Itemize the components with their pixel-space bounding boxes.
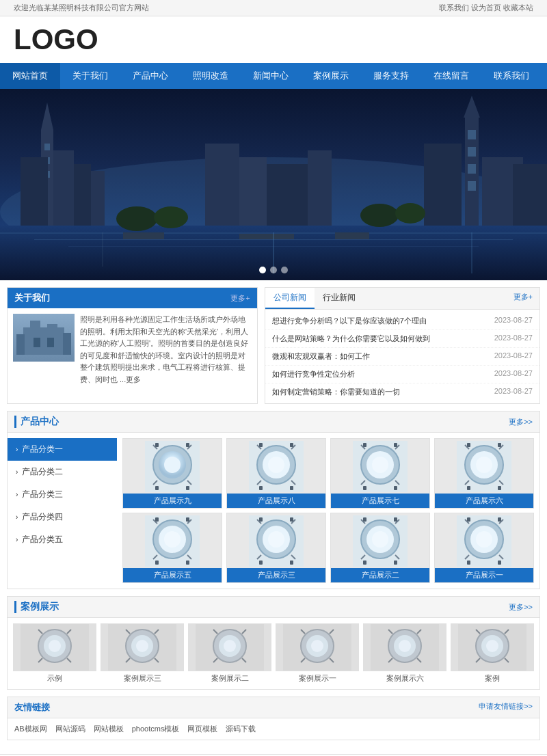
nav-item-support[interactable]: 服务支持 [361, 63, 421, 89]
svg-point-185 [486, 640, 498, 652]
product-item-1[interactable]: 产品展示九 [122, 438, 222, 509]
svg-point-177 [399, 640, 411, 652]
product-cat-3[interactable]: › 产品分类三 [8, 483, 117, 506]
contact-us-link[interactable]: 联系我们 [439, 3, 469, 12]
svg-point-28 [116, 206, 157, 231]
svg-rect-126 [363, 517, 366, 522]
news-title-5[interactable]: 如何制定营销策略：你需要知道的一切 [272, 387, 489, 397]
nav-item-news[interactable]: 新闻中心 [241, 63, 301, 89]
about-body: 照明是利用各种光源固定工作生活场所或户外场地的照明。利用太阳和天空光的称'天然采… [8, 308, 257, 392]
news-more[interactable]: 更多+ [507, 288, 539, 309]
case-image-5 [363, 623, 446, 671]
top-bar: 欢迎光临某某照明科技有限公司官方网站 联系我们 设为首页 收藏本站 [0, 0, 547, 16]
svg-point-30 [360, 204, 399, 227]
product-label-3: 产品展示七 [331, 494, 429, 508]
about-news-row: 关于我们 更多+ [7, 287, 540, 404]
nav-item-home[interactable]: 网站首页 [0, 63, 60, 89]
svg-rect-23 [468, 164, 476, 174]
case-more[interactable]: 更多>> [509, 602, 533, 612]
svg-rect-81 [394, 486, 397, 490]
banner-dot-1[interactable] [259, 267, 266, 273]
case-item-2[interactable]: 案例展示三 [101, 623, 184, 684]
product-image-4 [435, 439, 533, 494]
links-title: 友情链接 [14, 701, 50, 714]
banner-dot-2[interactable] [270, 267, 277, 273]
products-title: 产品中心 [14, 416, 59, 428]
svg-rect-11 [21, 157, 48, 226]
product-image-8 [435, 513, 533, 568]
case-image-2 [101, 623, 184, 671]
svg-rect-115 [290, 517, 293, 522]
about-more-link[interactable]: 更多+ [230, 293, 250, 303]
case-item-4[interactable]: 案例展示一 [276, 623, 359, 684]
nav-item-about[interactable]: 关于我们 [60, 63, 120, 89]
svg-rect-138 [467, 517, 470, 522]
nav-item-message[interactable]: 在线留言 [421, 63, 481, 89]
chevron-icon-5: › [16, 536, 18, 543]
case-label-5: 案例展示六 [363, 673, 446, 684]
case-image-4 [276, 623, 359, 671]
product-cat-1[interactable]: › 产品分类一 [8, 438, 117, 461]
friend-link-3[interactable]: 网站模板 [94, 724, 124, 734]
product-item-8[interactable]: 产品展示一 [434, 513, 534, 583]
product-item-4[interactable]: 产品展示六 [434, 438, 534, 509]
product-item-6[interactable]: 产品展示三 [226, 513, 326, 583]
news-title-3[interactable]: 微观和宏观双赢者：如何工作 [272, 351, 489, 362]
news-item-1: 想进行竞争分析吗？以下是你应该做的7个理由 2023-08-27 [265, 312, 539, 330]
set-home-link[interactable]: 设为首页 [471, 3, 501, 12]
product-cat-4[interactable]: › 产品分类四 [8, 506, 117, 528]
case-item-1[interactable]: 示例 [13, 623, 96, 684]
product-item-7[interactable]: 产品展示二 [330, 513, 430, 583]
news-title-4[interactable]: 如何进行竞争性定位分析 [272, 369, 489, 379]
svg-rect-24 [468, 181, 476, 191]
nav-item-lighting[interactable]: 照明改造 [181, 63, 241, 89]
links-apply[interactable]: 申请友情链接>> [479, 701, 533, 714]
news-tab-company[interactable]: 公司新闻 [265, 288, 315, 309]
svg-point-121 [372, 531, 388, 548]
news-tab-industry[interactable]: 行业新闻 [315, 288, 364, 309]
product-label-2: 产品展示八 [227, 494, 325, 508]
chevron-icon-1: › [16, 446, 18, 453]
products-more[interactable]: 更多>> [509, 417, 533, 427]
product-cat-2[interactable]: › 产品分类二 [8, 461, 117, 483]
nav-item-contact[interactable]: 联系我们 [481, 63, 542, 89]
case-item-6[interactable]: 案例 [451, 623, 534, 684]
add-bookmark-link[interactable]: 收藏本站 [503, 3, 533, 12]
case-item-3[interactable]: 案例展示二 [188, 623, 271, 684]
nav-item-cases[interactable]: 案例展示 [301, 63, 361, 89]
product-image-5 [123, 513, 222, 568]
news-tabs-bar: 公司新闻 行业新闻 更多+ [265, 288, 539, 310]
news-item-3: 微观和宏观双赢者：如何工作 2023-08-27 [265, 348, 539, 366]
case-image-6 [451, 623, 534, 671]
svg-rect-139 [498, 517, 501, 522]
svg-rect-93 [498, 486, 501, 490]
svg-point-85 [476, 457, 492, 473]
svg-rect-103 [186, 517, 189, 522]
product-categories: › 产品分类一 › 产品分类二 › 产品分类三 › 产品分类四 › 产品分类 [8, 433, 117, 589]
friend-link-4[interactable]: phootcms模板 [132, 724, 180, 734]
news-title-2[interactable]: 什么是网站策略？为什么你需要它以及如何做到 [272, 334, 489, 344]
banner [0, 89, 547, 280]
case-label-4: 案例展示一 [276, 673, 359, 684]
svg-point-153 [136, 640, 148, 652]
nav-item-products[interactable]: 产品中心 [120, 63, 181, 89]
about-header: 关于我们 更多+ [8, 288, 257, 308]
product-item-3[interactable]: 产品展示七 [330, 438, 430, 509]
case-label-6: 案例 [451, 673, 534, 684]
svg-point-145 [49, 640, 61, 652]
case-item-5[interactable]: 案例展示六 [363, 623, 446, 684]
svg-rect-116 [259, 561, 263, 565]
friend-link-2[interactable]: 网站源码 [55, 724, 85, 734]
friend-link-5[interactable]: 网页模板 [187, 724, 217, 734]
product-image-3 [331, 439, 429, 494]
news-date-1: 2023-08-27 [494, 316, 533, 326]
friend-link-6[interactable]: 源码下载 [226, 724, 256, 734]
friend-link-1[interactable]: AB模板网 [14, 724, 47, 734]
svg-rect-79 [394, 443, 397, 447]
banner-dot-3[interactable] [281, 267, 288, 273]
product-item-2[interactable]: 产品展示八 [226, 438, 326, 509]
product-item-5[interactable]: 产品展示五 [122, 513, 222, 583]
product-cat-5[interactable]: › 产品分类五 [8, 528, 117, 551]
news-title-1[interactable]: 想进行竞争分析吗？以下是你应该做的7个理由 [272, 316, 489, 326]
svg-rect-34 [335, 232, 369, 239]
